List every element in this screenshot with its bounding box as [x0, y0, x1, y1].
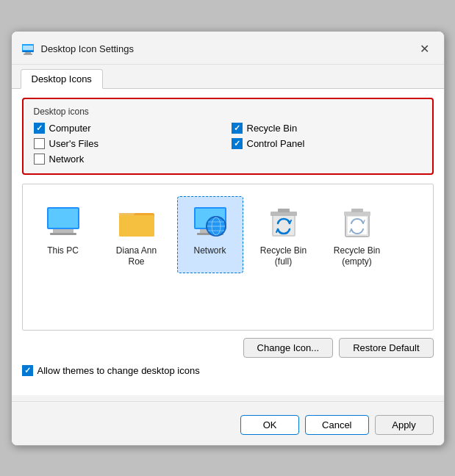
icon-item-this-pc[interactable]: This PC: [30, 196, 96, 273]
icon-label-recycle-empty: Recycle Bin(empty): [334, 245, 380, 268]
footer-divider: [12, 401, 444, 402]
checkbox-control-panel[interactable]: [232, 138, 243, 149]
icon-item-diana-ann-roe[interactable]: Diana AnnRoe: [104, 196, 170, 273]
checkbox-row-network: Network: [34, 154, 422, 165]
footer-buttons: OK Cancel Apply: [12, 408, 444, 445]
restore-default-button[interactable]: Restore Default: [339, 338, 433, 358]
folder-icon: [116, 201, 157, 242]
svg-rect-3: [24, 54, 32, 55]
recycle-bin-empty-icon: [337, 201, 378, 242]
checkbox-label-users-files: User's Files: [49, 138, 99, 149]
icon-label-network: Network: [193, 245, 226, 257]
icon-action-buttons: Change Icon... Restore Default: [22, 338, 434, 358]
this-pc-icon: [43, 201, 84, 242]
dialog-title: Desktop Icon Settings: [41, 43, 415, 54]
checkbox-label-control-panel: Control Panel: [247, 138, 305, 149]
dialog-icon: [21, 42, 35, 57]
svg-rect-7: [53, 229, 74, 233]
allow-themes-label: Allow themes to change desktop icons: [37, 365, 200, 376]
icon-label-this-pc: This PC: [47, 245, 79, 257]
allow-themes-row: Allow themes to change desktop icons: [22, 365, 434, 376]
recycle-bin-full-icon: [263, 201, 304, 242]
svg-rect-8: [50, 233, 76, 235]
icon-grid: This PC Diana AnnRoe: [30, 196, 426, 273]
checkbox-label-computer: Computer: [49, 123, 91, 134]
checkboxes-grid: Computer Recycle Bin User's Files Contro…: [34, 123, 422, 165]
checkbox-row-recycle-bin: Recycle Bin: [232, 123, 422, 134]
icon-label-recycle-full: Recycle Bin(full): [260, 245, 307, 268]
network-icon: [190, 201, 231, 242]
icon-grid-container: This PC Diana AnnRoe: [22, 184, 434, 331]
icon-item-recycle-empty[interactable]: Recycle Bin(empty): [324, 196, 390, 273]
tab-desktop-icons[interactable]: Desktop Icons: [21, 69, 103, 89]
svg-rect-24: [278, 209, 290, 212]
checkbox-row-users-files: User's Files: [34, 138, 224, 149]
checkbox-row-control-panel: Control Panel: [232, 138, 422, 149]
ok-button[interactable]: OK: [240, 415, 299, 435]
desktop-icons-group: Desktop icons Computer Recycle Bin User'…: [22, 98, 434, 175]
title-bar: Desktop Icon Settings ✕: [12, 32, 444, 65]
change-icon-button[interactable]: Change Icon...: [243, 338, 334, 358]
svg-rect-4: [23, 46, 33, 50]
close-button[interactable]: ✕: [415, 39, 435, 60]
checkbox-recycle-bin[interactable]: [232, 123, 243, 134]
svg-rect-2: [25, 52, 31, 54]
icon-item-recycle-full[interactable]: Recycle Bin(full): [251, 196, 317, 273]
svg-rect-10: [119, 215, 154, 237]
checkbox-label-network: Network: [49, 154, 85, 165]
checkbox-label-recycle-bin: Recycle Bin: [247, 123, 298, 134]
dialog: Desktop Icon Settings ✕ Desktop Icons De…: [11, 31, 445, 446]
checkbox-row-computer: Computer: [34, 123, 224, 134]
checkbox-users-files[interactable]: [34, 138, 45, 149]
section-label: Desktop icons: [34, 107, 422, 117]
checkbox-network[interactable]: [34, 154, 45, 165]
icon-item-network[interactable]: Network: [177, 196, 243, 273]
tab-bar: Desktop Icons: [12, 65, 444, 89]
apply-button[interactable]: Apply: [375, 415, 434, 435]
checkbox-computer[interactable]: [34, 123, 45, 134]
cancel-button[interactable]: Cancel: [305, 415, 368, 435]
content-area: Desktop icons Computer Recycle Bin User'…: [12, 89, 444, 395]
checkbox-allow-themes[interactable]: [22, 365, 33, 376]
svg-rect-6: [49, 209, 78, 228]
icon-label-diana-ann-roe: Diana AnnRoe: [116, 245, 157, 268]
svg-rect-28: [351, 209, 363, 212]
